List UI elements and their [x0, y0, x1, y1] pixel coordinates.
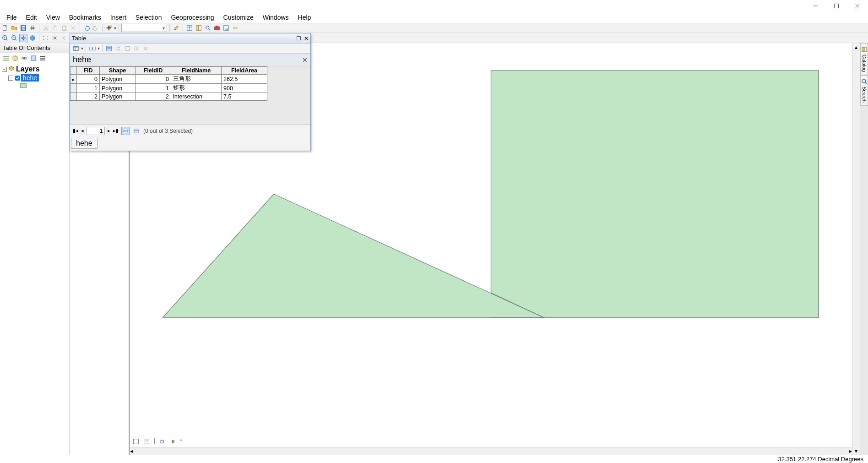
- list-by-drawing-order-icon[interactable]: [2, 54, 10, 62]
- zoom-out-icon[interactable]: [10, 34, 18, 42]
- attribute-table-layer-close-icon[interactable]: ✕: [302, 56, 308, 64]
- python-window-icon[interactable]: py: [222, 24, 230, 32]
- nav-last-icon[interactable]: ▸▮: [113, 128, 119, 134]
- fixed-zoom-out-icon[interactable]: [51, 34, 59, 42]
- scroll-down-icon[interactable]: ▾: [852, 447, 860, 455]
- table-options-icon[interactable]: [72, 44, 80, 53]
- list-by-visibility-icon[interactable]: [20, 54, 28, 62]
- show-selected-records-icon[interactable]: [132, 127, 141, 135]
- add-data-dropdown-icon[interactable]: ▾: [114, 26, 116, 31]
- catalog-window-icon[interactable]: [195, 24, 203, 32]
- table-options-dropdown-icon[interactable]: ▾: [81, 46, 83, 51]
- cell[interactable]: 0: [77, 75, 100, 84]
- menu-customize[interactable]: Customize: [219, 12, 258, 22]
- attribute-grid[interactable]: FIDShapeFieldIDFieldNameFieldArea ▸0Poly…: [70, 66, 310, 124]
- layer-name-label[interactable]: hehe: [21, 74, 39, 82]
- map-vertical-scrollbar[interactable]: ▴ ▾: [852, 43, 860, 455]
- cell[interactable]: 2: [77, 93, 100, 101]
- column-header[interactable]: FieldID: [136, 67, 171, 75]
- tree-collapse-icon[interactable]: −: [2, 67, 7, 72]
- attribute-table-restore-icon[interactable]: ☐: [296, 35, 301, 42]
- attribute-table-close-icon[interactable]: ✕: [304, 35, 309, 42]
- select-by-attributes-icon[interactable]: [105, 44, 113, 53]
- menu-file[interactable]: File: [2, 12, 22, 22]
- cell[interactable]: 三角形: [171, 75, 222, 84]
- nav-first-icon[interactable]: ▮◂: [73, 128, 78, 134]
- cell[interactable]: 1: [136, 84, 171, 93]
- related-tables-dropdown-icon[interactable]: ▾: [98, 46, 100, 51]
- attribute-table-titlebar[interactable]: Table ☐ ✕: [70, 33, 310, 44]
- redo-icon[interactable]: [92, 24, 100, 32]
- nav-record-input[interactable]: [87, 127, 105, 135]
- menu-view[interactable]: View: [42, 12, 65, 22]
- open-icon[interactable]: [10, 24, 18, 32]
- dock-tab-search[interactable]: Search: [860, 75, 868, 106]
- back-extent-icon[interactable]: [60, 34, 68, 42]
- new-document-icon[interactable]: [1, 24, 9, 32]
- cell[interactable]: 0: [136, 75, 171, 84]
- arctoolbox-icon[interactable]: [213, 24, 221, 32]
- editor-toolbar-icon[interactable]: [172, 24, 180, 32]
- attribute-table-tab[interactable]: hehe: [71, 138, 98, 149]
- menu-bookmarks[interactable]: Bookmarks: [65, 12, 106, 22]
- scroll-up-icon[interactable]: ▴: [852, 43, 860, 51]
- table-row[interactable]: 1Polygon1矩形900: [71, 84, 267, 93]
- toc-layer-row[interactable]: − hehe: [2, 74, 67, 82]
- pan-icon[interactable]: [19, 34, 27, 42]
- tree-collapse-icon[interactable]: −: [8, 76, 13, 81]
- toc-options-icon[interactable]: [38, 54, 47, 62]
- layer-symbol-swatch[interactable]: [20, 83, 27, 88]
- copy-icon[interactable]: [51, 24, 59, 32]
- undo-icon[interactable]: [82, 24, 91, 32]
- menu-insert[interactable]: Insert: [106, 12, 131, 22]
- scroll-track[interactable]: [852, 51, 860, 447]
- paste-icon[interactable]: [60, 24, 68, 32]
- refresh-view-icon[interactable]: [158, 437, 166, 446]
- menu-selection[interactable]: Selection: [131, 12, 167, 22]
- scroll-right-icon[interactable]: ▸: [849, 447, 852, 455]
- window-minimize-button[interactable]: [805, 0, 826, 12]
- zoom-in-icon[interactable]: [1, 34, 9, 42]
- cell[interactable]: Polygon: [100, 84, 136, 93]
- column-header[interactable]: Shape: [100, 67, 136, 75]
- cell[interactable]: intersection: [171, 93, 222, 101]
- scroll-left-icon[interactable]: ◂: [130, 447, 133, 455]
- row-header[interactable]: [71, 93, 77, 101]
- cell[interactable]: Polygon: [100, 93, 136, 101]
- cell[interactable]: 262.5: [222, 75, 267, 84]
- column-header[interactable]: FieldName: [171, 67, 222, 75]
- list-by-source-icon[interactable]: [11, 54, 19, 62]
- clear-selection-icon[interactable]: [123, 44, 131, 53]
- cell[interactable]: 7.5: [222, 93, 267, 101]
- menu-edit[interactable]: Edit: [22, 12, 42, 22]
- list-by-selection-icon[interactable]: [29, 54, 38, 62]
- full-extent-icon[interactable]: [28, 34, 37, 42]
- attribute-grid-table[interactable]: FIDShapeFieldIDFieldNameFieldArea ▸0Poly…: [70, 66, 267, 101]
- delete-selected-icon[interactable]: [141, 44, 150, 53]
- add-data-icon[interactable]: [105, 24, 113, 32]
- menu-geoprocessing[interactable]: Geoprocessing: [166, 12, 218, 22]
- nav-next-icon[interactable]: ▸: [108, 128, 110, 134]
- table-row[interactable]: 2Polygon2intersection7.5: [71, 93, 267, 101]
- toc-data-frame[interactable]: − Layers: [2, 65, 67, 73]
- nav-prev-icon[interactable]: ◂: [81, 128, 84, 134]
- menu-help[interactable]: Help: [293, 12, 316, 22]
- view-chevron-icon[interactable]: «: [180, 437, 183, 446]
- layer-visibility-checkbox[interactable]: [15, 76, 20, 81]
- related-tables-icon[interactable]: [88, 44, 97, 53]
- data-view-icon[interactable]: [132, 437, 140, 446]
- cell[interactable]: 900: [222, 84, 267, 93]
- map-scale-combo[interactable]: ▾: [121, 24, 167, 32]
- row-header[interactable]: ▸: [71, 75, 77, 84]
- column-header[interactable]: FID: [77, 67, 100, 75]
- map-horizontal-scrollbar[interactable]: ◂ ▸: [130, 447, 852, 455]
- zoom-selected-icon[interactable]: [132, 44, 141, 53]
- window-maximize-button[interactable]: [826, 0, 847, 12]
- modelbuilder-icon[interactable]: [231, 24, 239, 32]
- menu-windows[interactable]: Windows: [258, 12, 293, 22]
- cell[interactable]: 2: [136, 93, 171, 101]
- table-row[interactable]: ▸0Polygon0三角形262.5: [71, 75, 267, 84]
- row-header[interactable]: [71, 84, 77, 93]
- cell[interactable]: 1: [77, 84, 100, 93]
- cell[interactable]: Polygon: [100, 75, 136, 84]
